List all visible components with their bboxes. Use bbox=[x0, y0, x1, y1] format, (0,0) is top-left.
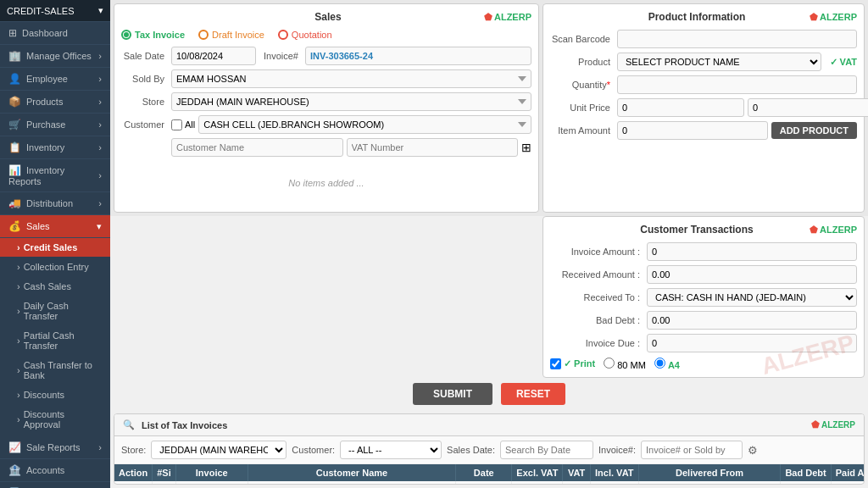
sale-date-input[interactable] bbox=[171, 47, 256, 65]
sale-reports-icon: 📈 bbox=[8, 441, 21, 453]
a4-radio[interactable]: A4 bbox=[654, 358, 680, 370]
sidebar-subitem-discounts[interactable]: › Discounts bbox=[0, 385, 110, 405]
sidebar-subitem-daily-cash[interactable]: › Daily Cash Transfer bbox=[0, 297, 110, 326]
expand-icon: › bbox=[98, 170, 102, 180]
mm80-radio-input[interactable] bbox=[604, 358, 615, 369]
mid-section: Customer Transactions ⬟ ALZERP Invoice A… bbox=[110, 216, 868, 378]
add-product-button[interactable]: ADD PRODUCT bbox=[771, 122, 857, 139]
sidebar-item-dashboard[interactable]: ⊞Dashboard bbox=[0, 22, 110, 45]
invoice-due-input[interactable] bbox=[647, 334, 857, 352]
mm80-radio[interactable]: 80 MM bbox=[604, 358, 646, 370]
product-select[interactable]: SELECT PRODUCT NAME bbox=[617, 53, 821, 71]
paid-cell: 0.00 bbox=[831, 481, 864, 484]
action-cell[interactable]: ✎ 👁 bbox=[114, 481, 153, 484]
inventory-icon: 📋 bbox=[8, 141, 21, 153]
all-checkbox[interactable] bbox=[171, 119, 182, 130]
col-invoice: Invoice bbox=[175, 464, 248, 481]
sidebar-item-distribution[interactable]: 🚚Distribution › bbox=[0, 192, 110, 215]
bad-debt-input[interactable] bbox=[647, 311, 857, 330]
reset-button[interactable]: RESET bbox=[501, 383, 565, 405]
item-amount-row: Item Amount ADD PRODUCT bbox=[550, 121, 857, 140]
item-amount-input[interactable] bbox=[617, 121, 768, 140]
received-to-select[interactable]: CASH: CASH IN HAND (JED-MAIN) bbox=[647, 288, 857, 307]
action-section: SUBMIT RESET bbox=[110, 378, 868, 410]
sale-date-label: Sale Date bbox=[121, 51, 168, 61]
customer-all-checkbox[interactable]: All bbox=[171, 119, 195, 130]
sidebar-subitem-cash-transfer[interactable]: › Cash Transfer to Bank bbox=[0, 356, 110, 385]
tax-invoice-label: Tax Invoice bbox=[135, 30, 185, 40]
bad-debt-row: Bad Debt : bbox=[550, 311, 857, 330]
submit-button[interactable]: SUBMIT bbox=[413, 383, 492, 405]
sidebar-subitem-cash-sales[interactable]: › Cash Sales bbox=[0, 277, 110, 297]
sidebar-item-purchase[interactable]: 🛒Purchase › bbox=[0, 114, 110, 136]
expand-icon: › bbox=[98, 74, 102, 84]
inv-reports-icon: 📊 bbox=[8, 164, 21, 176]
sold-by-label: Sold By bbox=[121, 74, 168, 84]
customer-name-input[interactable] bbox=[171, 138, 343, 157]
chevron-icon: › bbox=[17, 414, 20, 424]
distribution-icon: 🚚 bbox=[8, 197, 21, 209]
sidebar-header: CREDIT-SALES ▾ bbox=[0, 0, 110, 22]
sales-date-filter-label: Sales Date: bbox=[447, 445, 495, 455]
sidebar-subitem-discounts-approval[interactable]: › Discounts Approval bbox=[0, 405, 110, 435]
invoice-cell[interactable]: INV-303662-24 bbox=[175, 481, 248, 484]
unit-price-input-1[interactable] bbox=[617, 98, 744, 117]
sold-by-select[interactable]: EMAM HOSSAN bbox=[171, 69, 531, 88]
sidebar-item-inventory[interactable]: 📋Inventory › bbox=[0, 136, 110, 159]
filter-icon[interactable]: ⚙ bbox=[748, 444, 758, 457]
accounts-icon: 🏦 bbox=[8, 464, 21, 476]
sidebar-subitem-credit-sales[interactable]: › Credit Sales bbox=[0, 238, 110, 258]
sidebar-item-sales[interactable]: 💰Sales ▾ bbox=[0, 215, 110, 238]
expand-icon: › bbox=[98, 51, 102, 61]
tax-invoice-radio[interactable]: Tax Invoice bbox=[121, 30, 185, 40]
sales-panel-title: Sales bbox=[314, 11, 341, 23]
quantity-input[interactable] bbox=[617, 75, 857, 94]
quotation-radio[interactable]: Quotation bbox=[278, 30, 332, 40]
sidebar-item-accounts-reports[interactable]: 📑Accounts Reports › bbox=[0, 482, 110, 488]
vat-checkbox[interactable]: ✓ VAT bbox=[830, 57, 857, 68]
incl-vat-cell: 820.00 bbox=[590, 481, 638, 484]
store-filter-label: Store: bbox=[121, 445, 146, 455]
sidebar-subitem-partial-cash[interactable]: › Partial Cash Transfer bbox=[0, 326, 110, 356]
chevron-icon: › bbox=[17, 281, 20, 291]
invoice-input[interactable] bbox=[305, 47, 531, 65]
col-delivered-from: Delivered From bbox=[638, 464, 781, 481]
received-amount-input[interactable] bbox=[647, 265, 857, 284]
sale-date-row: Sale Date Invoice# bbox=[121, 47, 531, 65]
invoice-filter-input[interactable] bbox=[641, 441, 743, 459]
sidebar-item-inventory-reports[interactable]: 📊Inventory Reports › bbox=[0, 159, 110, 192]
sidebar-item-accounts[interactable]: 🏦Accounts bbox=[0, 459, 110, 482]
received-amount-label: Received Amount : bbox=[550, 269, 643, 280]
unit-price-input-2[interactable] bbox=[748, 98, 868, 117]
sidebar-subitem-collection-entry[interactable]: › Collection Entry bbox=[0, 258, 110, 277]
print-check-input[interactable] bbox=[550, 358, 561, 369]
sidebar-item-products[interactable]: 📦Products › bbox=[0, 91, 110, 114]
vat-label: ✓ VAT bbox=[830, 57, 857, 68]
filter-row: Store: JEDDAH (MAIN WAREHOUSE) Customer:… bbox=[114, 436, 864, 464]
invoice-type-selector: Tax Invoice Draft Invoice Quotation bbox=[121, 30, 531, 40]
customer-filter-label: Customer: bbox=[292, 445, 335, 455]
sidebar-item-sale-reports[interactable]: 📈Sale Reports › bbox=[0, 436, 110, 459]
customer-select[interactable]: CASH CELL (JED.BRANCH SHOWROOM) bbox=[198, 115, 531, 134]
draft-invoice-radio[interactable]: Draft Invoice bbox=[198, 30, 264, 40]
purchase-icon: 🛒 bbox=[8, 119, 21, 130]
excl-vat-cell: 820.00 bbox=[512, 481, 563, 484]
customer-row: Customer All CASH CELL (JED.BRANCH SHOWR… bbox=[121, 115, 531, 134]
sales-date-filter-input[interactable] bbox=[500, 441, 593, 459]
sidebar-item-manage-offices[interactable]: 🏢Manage Offices › bbox=[0, 45, 110, 68]
scan-barcode-input[interactable] bbox=[617, 30, 857, 48]
print-checkbox[interactable]: ✓ Print bbox=[550, 358, 595, 369]
customer-name-row: ⊞ bbox=[121, 138, 531, 157]
sidebar-collapse-icon[interactable]: ▾ bbox=[98, 5, 103, 16]
store-select[interactable]: JEDDAH (MAIN WAREHOUSE) bbox=[171, 92, 531, 111]
a4-radio-input[interactable] bbox=[654, 358, 665, 369]
sidebar-item-employee[interactable]: 👤Employee › bbox=[0, 68, 110, 91]
customer-filter-select[interactable]: -- ALL -- bbox=[340, 441, 442, 459]
invoice-amount-input[interactable] bbox=[647, 242, 857, 261]
col-bad-debt: Bad Debt bbox=[781, 464, 831, 481]
vat-number-input[interactable] bbox=[347, 138, 519, 157]
chevron-icon: › bbox=[17, 262, 20, 272]
store-filter-select[interactable]: JEDDAH (MAIN WAREHOUSE) bbox=[151, 441, 287, 459]
manage-offices-icon: 🏢 bbox=[8, 50, 21, 62]
barcode-icon[interactable]: ⊞ bbox=[521, 141, 531, 154]
